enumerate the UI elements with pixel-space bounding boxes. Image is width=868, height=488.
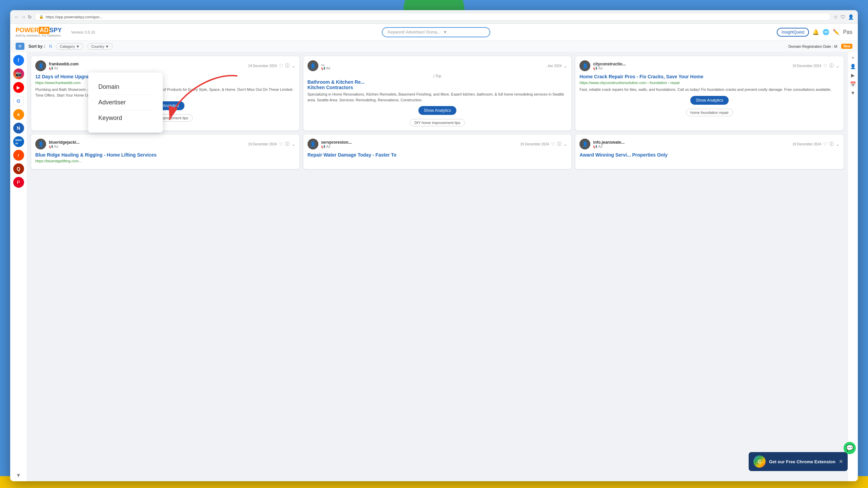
app-content: POWER AD SPY Built by Marketers, For Mar… (10, 24, 434, 244)
card-5-left: 👤 servproreston... 📢Ad (308, 139, 352, 149)
card-1-like-icon[interactable]: ♡ (279, 63, 283, 68)
sidebar-icon-youtube[interactable]: ▶ (13, 82, 24, 93)
card-4-avatar: 👤 (35, 139, 46, 149)
filter-country-tag[interactable]: Country ▼ (87, 43, 113, 50)
card-2-header: 👤 ... 📢Ad ...ber 2024 ⌄ (308, 60, 434, 71)
main-layout: f 📷 ▶ G A N Newin r Q P ▼ (10, 52, 434, 244)
card-4-left: 👤 blueridgejacki... 📢Ad (35, 139, 80, 149)
card-2-advertiser: ... (321, 62, 330, 66)
card-4-date: 19 December 2024 (248, 142, 277, 146)
card-4-like-icon[interactable]: ♡ (279, 142, 283, 147)
logo-subtitle: Built by Marketers, For Marketers (16, 34, 62, 37)
card-4-expand-icon[interactable]: ⌄ (292, 142, 295, 147)
card-2-show-analytics-button[interactable]: Show Analytics (418, 106, 434, 115)
version-text: Version 3.5.15 (71, 30, 95, 34)
sidebar-icon-pinterest[interactable]: P (13, 177, 24, 188)
sidebar-icon-google-ads[interactable]: A (13, 109, 24, 120)
refresh-icon[interactable]: ↻ (28, 14, 32, 20)
sidebar-icon-google[interactable]: G (13, 96, 24, 106)
search-type-dropdown: Domain Advertiser Keyword (88, 73, 163, 133)
lock-icon: 🔒 (39, 15, 44, 19)
card-1-actions: 19 December 2024 ♡ ⓘ ⌄ (248, 63, 295, 69)
logo-spy: SPY (50, 27, 62, 34)
sidebar-icon-facebook[interactable]: f (13, 55, 24, 66)
card-1-url[interactable]: https://www.frankwebb.com (35, 81, 295, 85)
sort-label: Sort by : (28, 44, 45, 49)
card-1-header: 👤 frankwebb.com 📢Ad 19 December 2024 ♡ ⓘ (35, 60, 295, 71)
ad-card-4: 👤 blueridgejacki... 📢Ad 19 December 2024… (31, 135, 299, 169)
dropdown-item-advertiser[interactable]: Advertiser (98, 95, 153, 110)
sidebar-icon-instagram[interactable]: 📷 (13, 68, 24, 79)
sidebar-icon-native[interactable]: N (13, 123, 24, 134)
search-bar-container: Keyword/ Advertiser/ Doma... ▼ (100, 27, 434, 37)
card-1-left: 👤 frankwebb.com 📢Ad (35, 60, 79, 71)
filter-category-tag[interactable]: Category ▼ (56, 43, 83, 50)
content-area: 👤 frankwebb.com 📢Ad 19 December 2024 ♡ ⓘ (27, 52, 434, 244)
card-2-top-badge: | Top (308, 74, 434, 78)
card-2-avatar: 👤 (308, 60, 318, 71)
card-4-actions: 19 December 2024 ♡ ⓘ ⌄ (248, 141, 295, 147)
url-text: https://app.poweradspy.com/goo... (46, 15, 102, 19)
card-4-meta: blueridgejacki... 📢Ad (49, 140, 80, 148)
logo-text: POWER AD SPY (16, 27, 62, 34)
card-1-expand-icon[interactable]: ⌄ (292, 63, 295, 68)
logo: POWER AD SPY Built by Marketers, For Mar… (16, 27, 62, 37)
card-1-title: 12 Days of Home Upgrades (35, 74, 295, 79)
card-1-avatar: 👤 (35, 60, 46, 71)
card-4-title: Blue Ridge Hauling & Rigging - Home Lift… (35, 152, 295, 158)
forward-icon[interactable]: → (21, 14, 26, 20)
card-2-left: 👤 ... 📢Ad (308, 60, 330, 71)
card-2-keyword-tag[interactable]: DIY home improvement tips (410, 119, 434, 126)
card-1-date: 19 December 2024 (248, 64, 277, 68)
card-5-ad-label: 📢Ad (321, 145, 352, 148)
sidebar-icon-reddit[interactable]: r (13, 150, 24, 161)
card-2-meta: ... 📢Ad (321, 62, 330, 70)
card-1-advertiser[interactable]: frankwebb.com (49, 62, 79, 66)
sort-value[interactable]: N (49, 44, 52, 49)
left-sidebar: f 📷 ▶ G A N Newin r Q P ▼ (10, 52, 27, 244)
card-1-ad-label: 📢Ad (49, 66, 79, 70)
card-5-title: Repair Water Damage Today - Faster To (308, 152, 434, 158)
card-1-desc: Plumbing and Bath Showroom — Get Inspire… (35, 87, 295, 98)
card-2-ad-label: 📢Ad (321, 66, 330, 70)
ad-card-1: 👤 frankwebb.com 📢Ad 19 December 2024 ♡ ⓘ (31, 56, 299, 130)
card-5-header: 👤 servproreston... 📢Ad 19 December 2024 … (308, 139, 434, 149)
card-4-advertiser[interactable]: blueridgejacki... (49, 140, 80, 145)
card-4-header: 👤 blueridgejacki... 📢Ad 19 December 2024… (35, 139, 295, 149)
dropdown-item-keyword[interactable]: Keyword (98, 110, 153, 126)
card-5-avatar: 👤 (308, 139, 318, 149)
card-2-title: Bathroom & Kitchen Re...Kitchen Contract… (308, 79, 434, 90)
ad-card-5: 👤 servproreston... 📢Ad 19 December 2024 … (303, 135, 434, 169)
top-nav: POWER AD SPY Built by Marketers, For Mar… (10, 24, 434, 41)
card-5-meta: servproreston... 📢Ad (321, 140, 352, 148)
sidebar-icon-quora[interactable]: Q (13, 163, 24, 174)
search-placeholder: Keyword/ Advertiser/ Doma... (388, 30, 434, 35)
filter-button[interactable]: ⚙ (16, 43, 24, 50)
browser-nav[interactable]: ← → ↻ (14, 14, 32, 20)
card-5-advertiser[interactable]: servproreston... (321, 140, 352, 145)
url-bar[interactable]: 🔒 https://app.poweradspy.com/goo... (35, 13, 434, 21)
card-2-desc: Specializing in Home Renovations, Kitche… (308, 92, 434, 103)
back-icon[interactable]: ← (14, 14, 19, 20)
logo-power: POWER (16, 27, 39, 34)
card-1-info-icon[interactable]: ⓘ (285, 63, 290, 69)
filter-bar: ⚙ Sort by : N Category ▼ Country ▼ Domai… (10, 41, 434, 52)
card-1-meta: frankwebb.com 📢Ad (49, 62, 79, 70)
browser-chrome: ← → ↻ 🔒 https://app.poweradspy.com/goo..… (10, 10, 434, 24)
dropdown-item-domain[interactable]: Domain (98, 79, 153, 95)
ad-card-2: 👤 ... 📢Ad ...ber 2024 ⌄ | (303, 56, 434, 130)
search-bar[interactable]: Keyword/ Advertiser/ Doma... ▼ (382, 27, 434, 37)
card-4-ad-label: 📢Ad (49, 145, 80, 148)
sidebar-icon-linkedin[interactable]: Newin (13, 136, 24, 147)
card-4-info-icon[interactable]: ⓘ (285, 141, 290, 147)
card-4-url: https://blueridgelifting.com... (35, 159, 295, 163)
logo-ad: AD (39, 27, 50, 34)
